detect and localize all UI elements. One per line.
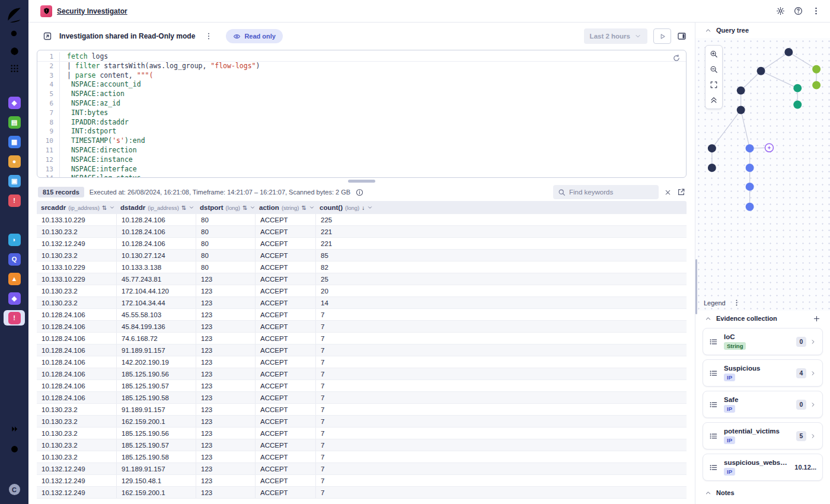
evidence-card[interactable]: SuspiciousIP4 bbox=[703, 359, 823, 387]
chevron-right-icon[interactable] bbox=[810, 401, 816, 408]
table-cell[interactable]: 123 bbox=[196, 309, 255, 320]
query-editor[interactable]: 1fetch logs2| filter startsWith(aws.log_… bbox=[37, 50, 687, 178]
table-cell[interactable]: 123 bbox=[196, 368, 255, 379]
table-cell[interactable]: 7 bbox=[315, 487, 687, 498]
table-cell[interactable]: ACCEPT bbox=[255, 344, 315, 356]
open-in-new-icon[interactable] bbox=[677, 188, 685, 196]
table-cell[interactable]: 10.130.23.2 bbox=[37, 285, 116, 296]
tree-node-teal[interactable] bbox=[793, 84, 802, 92]
hub-icon[interactable] bbox=[4, 43, 24, 60]
table-cell[interactable]: 45.77.243.81 bbox=[116, 273, 196, 285]
sort-icon[interactable]: ⇅ bbox=[242, 205, 247, 211]
table-cell[interactable]: 123 bbox=[196, 463, 255, 474]
column-header-srcaddr[interactable]: srcaddr(ip_address)⇅ bbox=[37, 201, 116, 214]
sort-icon[interactable]: ↓ bbox=[362, 205, 365, 211]
evidence-card[interactable]: IoCString0 bbox=[703, 328, 823, 355]
table-cell[interactable]: 185.125.190.56 bbox=[116, 428, 196, 439]
table-cell[interactable]: ACCEPT bbox=[255, 368, 315, 379]
app-icon-notebooks[interactable]: ◗ bbox=[4, 232, 25, 247]
sort-icon[interactable]: ⇅ bbox=[181, 205, 186, 211]
column-menu-icon[interactable] bbox=[109, 205, 115, 210]
help-icon[interactable] bbox=[794, 7, 803, 15]
tree-node-blue[interactable] bbox=[746, 183, 754, 191]
table-cell[interactable]: 123 bbox=[196, 404, 255, 415]
table-cell[interactable]: 142.202.190.19 bbox=[116, 356, 196, 368]
evidence-section-header[interactable]: Evidence collection bbox=[695, 311, 830, 326]
table-cell[interactable]: ACCEPT bbox=[255, 428, 315, 439]
table-cell[interactable]: 123 bbox=[196, 428, 255, 439]
table-cell[interactable]: 7 bbox=[315, 344, 687, 356]
table-cell[interactable]: 10.128.24.106 bbox=[37, 321, 116, 332]
table-cell[interactable]: 123 bbox=[196, 273, 255, 285]
table-cell[interactable]: 45.55.58.103 bbox=[116, 309, 196, 320]
table-cell[interactable]: 123 bbox=[196, 356, 255, 368]
table-cell[interactable]: 10.132.12.249 bbox=[37, 463, 116, 474]
tree-node-navy[interactable] bbox=[708, 164, 716, 172]
zoom-out-icon[interactable] bbox=[707, 62, 721, 76]
search-icon[interactable] bbox=[4, 25, 24, 43]
panel-scrollbar[interactable] bbox=[695, 259, 697, 314]
table-cell[interactable]: 7 bbox=[315, 451, 687, 462]
table-cell[interactable]: 185.125.190.58 bbox=[116, 451, 196, 462]
app-icon-queries[interactable]: Q bbox=[4, 251, 25, 267]
table-cell[interactable]: 225 bbox=[315, 214, 687, 225]
table-cell[interactable]: 162.159.200.1 bbox=[116, 416, 196, 427]
table-cell[interactable]: 7 bbox=[315, 463, 687, 474]
add-evidence-icon[interactable] bbox=[813, 315, 821, 323]
table-cell[interactable]: 10.128.24.106 bbox=[37, 344, 116, 356]
table-cell[interactable]: ACCEPT bbox=[255, 214, 315, 225]
legend-menu-icon[interactable] bbox=[733, 299, 740, 307]
table-cell[interactable]: 7 bbox=[315, 368, 687, 379]
table-cell[interactable]: 172.104.34.44 bbox=[116, 297, 196, 308]
table-cell[interactable]: ACCEPT bbox=[255, 285, 315, 296]
table-cell[interactable]: ACCEPT bbox=[255, 439, 315, 451]
table-cell[interactable]: 123 bbox=[196, 344, 255, 356]
table-cell[interactable]: 7 bbox=[315, 333, 687, 344]
tree-node-green[interactable] bbox=[812, 65, 821, 74]
table-cell[interactable]: 80 bbox=[196, 238, 255, 249]
app-icon-hosts[interactable]: ▣ bbox=[4, 173, 25, 189]
table-cell[interactable]: 25 bbox=[315, 273, 687, 285]
chevron-right-icon[interactable] bbox=[810, 433, 816, 439]
table-cell[interactable]: 91.189.91.157 bbox=[116, 344, 196, 356]
table-cell[interactable]: ACCEPT bbox=[255, 380, 315, 391]
table-cell[interactable]: 10.128.24.106 bbox=[37, 380, 116, 391]
app-icon-dashboards[interactable]: ◆ bbox=[4, 291, 25, 306]
zoom-in-icon[interactable] bbox=[707, 47, 721, 61]
table-cell[interactable]: ACCEPT bbox=[255, 321, 315, 332]
app-title[interactable]: Security Investigator bbox=[57, 7, 127, 15]
table-cell[interactable]: 45.84.199.136 bbox=[116, 321, 196, 332]
table-cell[interactable]: ACCEPT bbox=[255, 487, 315, 498]
chevron-right-icon[interactable] bbox=[810, 370, 816, 377]
expand-sidebar-icon[interactable] bbox=[4, 420, 24, 438]
usage-chart-icon[interactable] bbox=[4, 461, 24, 478]
run-query-button[interactable] bbox=[653, 28, 671, 44]
table-cell[interactable]: 7 bbox=[315, 380, 687, 391]
app-icon-smartscape[interactable]: ▤ bbox=[4, 114, 25, 130]
sort-icon[interactable]: ⇅ bbox=[102, 205, 107, 211]
find-keywords-input[interactable] bbox=[553, 185, 659, 199]
column-header-dstaddr[interactable]: dstaddr(ip_address)⇅ bbox=[116, 201, 196, 214]
query-tree-canvas[interactable]: Legend bbox=[695, 38, 830, 311]
table-cell[interactable]: 80 bbox=[196, 214, 255, 225]
column-header-dstport[interactable]: dstport(long)⇅ bbox=[196, 201, 255, 214]
table-cell[interactable]: 10.128.24.106 bbox=[37, 333, 116, 344]
column-menu-icon[interactable] bbox=[189, 205, 194, 210]
table-cell[interactable]: 91.189.91.157 bbox=[116, 463, 196, 474]
table-cell[interactable]: 10.132.12.249 bbox=[37, 238, 116, 249]
notes-section-header[interactable]: Notes bbox=[695, 485, 830, 500]
column-menu-icon[interactable] bbox=[309, 205, 315, 210]
column-header-action[interactable]: action(string)⇅ bbox=[255, 201, 315, 214]
table-cell[interactable]: 10.133.3.138 bbox=[116, 261, 196, 273]
tree-node-navy[interactable] bbox=[757, 67, 765, 75]
table-cell[interactable]: 10.128.24.106 bbox=[37, 368, 116, 379]
table-cell[interactable]: 85 bbox=[315, 250, 687, 261]
table-cell[interactable]: 10.128.24.106 bbox=[116, 238, 196, 249]
table-cell[interactable]: 74.6.168.72 bbox=[116, 333, 196, 344]
table-cell[interactable]: 10.130.23.2 bbox=[37, 226, 116, 237]
table-cell[interactable]: 7 bbox=[315, 356, 687, 368]
table-cell[interactable]: 221 bbox=[315, 226, 687, 237]
tree-node-navy[interactable] bbox=[784, 48, 793, 56]
chevron-right-icon[interactable] bbox=[810, 339, 816, 345]
security-investigator-app-icon[interactable] bbox=[40, 5, 52, 17]
